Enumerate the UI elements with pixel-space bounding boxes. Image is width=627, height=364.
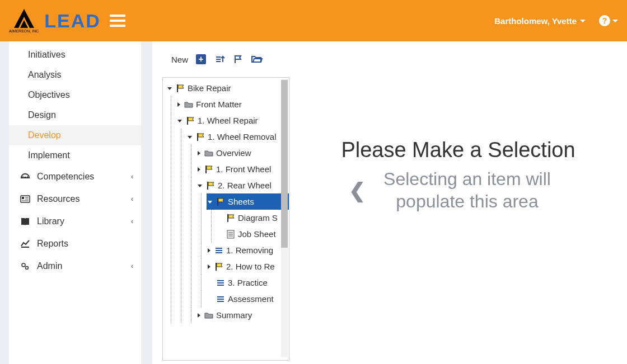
tree-scrollbar[interactable] [281,79,288,357]
nav-resources[interactable]: Resources ‹ [9,188,141,210]
tree-node-wheel-repair[interactable]: 1. Wheel Repair [176,112,289,129]
expand-icon[interactable] [208,264,210,269]
expand-icon[interactable] [198,167,200,172]
expand-icon[interactable] [208,201,212,204]
expand-icon[interactable] [177,102,180,107]
chevron-left-icon: ‹ [131,262,133,270]
nav-label: Reports [37,239,68,249]
list-icon [216,295,226,304]
expand-icon[interactable] [188,136,192,139]
sort-icon[interactable] [214,54,225,64]
nav-label: Admin [37,261,62,271]
folder-icon [204,311,214,320]
tree-node-removing[interactable]: 1. Removing [207,242,289,258]
flag-yellow-icon [214,262,224,271]
folder-icon [204,149,214,158]
brand-mark-icon: AIMEREON, INC [9,9,39,33]
tree-node-how-to-re[interactable]: 2. How to Re [207,258,289,275]
scrollbar-thumb[interactable] [281,80,288,248]
expand-icon[interactable] [177,120,182,122]
empty-state-hint: ❮ Selecting an item will populate this a… [349,168,568,212]
tree-node-bike-repair[interactable]: Bike Repair [166,80,289,96]
tree-node-front-wheel[interactable]: 1. Front Wheel [196,161,289,177]
folder-icon [184,100,194,109]
sidebar-item-design[interactable]: Design [9,105,141,125]
nav-competencies[interactable]: Competencies ‹ [9,166,141,188]
brand-text: LEAD [44,10,100,32]
tree-node-wheel-removal[interactable]: 1. Wheel Removal [186,129,289,145]
empty-state-title: Please Make a Selection [341,138,575,162]
tree-node-rear-wheel[interactable]: 2. Rear Wheel [196,177,289,193]
flag-yellow-icon [226,214,236,223]
chevron-left-icon: ‹ [131,218,133,225]
nav-library[interactable]: Library ‹ [9,210,141,233]
content-tree: Bike Repair Front Matter [162,77,289,361]
chevron-left-icon: ‹ [131,173,133,181]
sidebar-item-implement[interactable]: Implement [9,145,141,166]
sidebar: Initiatives Analysis Objectives Design D… [9,41,141,364]
expand-icon[interactable] [208,248,210,253]
chevron-left-icon: ❮ [349,178,366,203]
help-menu[interactable]: ? [599,15,618,26]
tree-node-overview[interactable]: Overview [196,145,289,161]
tree-node-job-sheet[interactable]: Job Sheet [217,226,289,242]
sidebar-item-develop[interactable]: Develop [9,125,141,145]
chart-icon [20,239,31,248]
nav-reports[interactable]: Reports [9,233,141,255]
flag-yellow-icon [204,165,214,174]
gauge-icon [20,172,31,181]
flag-icon[interactable] [233,54,243,64]
tree-node-sheets[interactable]: Sheets [207,193,289,210]
user-menu[interactable]: Bartholomew, Yvette [494,16,586,26]
expand-icon[interactable] [198,151,200,155]
flag-yellow-icon [175,84,185,93]
caret-down-icon [612,20,618,22]
svg-point-2 [25,177,26,178]
add-button[interactable]: + [196,54,206,64]
detail-panel: Please Make a Selection ❮ Selecting an i… [289,51,627,364]
gears-icon [20,262,31,271]
list-icon [214,246,224,255]
flag-yellow-icon [185,116,195,125]
toolbar-new-label: New [171,55,188,64]
caret-down-icon [580,20,586,22]
expand-icon[interactable] [167,87,172,90]
main-panel: New + Bike Re [152,41,627,364]
chevron-left-icon: ‹ [131,195,133,203]
tree-node-diagram-sheet[interactable]: Diagram S [217,210,289,226]
doc-icon [226,230,236,239]
expand-icon[interactable] [198,313,200,318]
tree-node-assessment[interactable]: Assessment [207,291,289,307]
user-name: Bartholomew, Yvette [494,16,577,26]
flag-yellow-icon [195,133,205,141]
tree-node-front-matter[interactable]: Front Matter [176,96,289,112]
app-header: AIMEREON, INC LEAD Bartholomew, Yvette ? [0,0,627,41]
tree-node-practice[interactable]: 3. Practice [207,275,289,291]
tree-toolbar: New + [152,51,289,67]
sidebar-item-analysis[interactable]: Analysis [9,65,141,85]
flag-yellow-icon [216,197,226,206]
folder-open-icon[interactable] [251,54,263,64]
help-icon: ? [599,15,610,26]
menu-toggle-icon[interactable] [110,15,125,27]
nav-admin[interactable]: Admin ‹ [9,255,141,277]
nav-label: Resources [37,194,79,204]
expand-icon[interactable] [198,185,202,187]
svg-rect-7 [22,197,24,199]
nav-label: Competencies [37,172,94,182]
svg-point-10 [26,267,29,270]
sidebar-item-initiatives[interactable]: Initiatives [9,45,141,65]
flag-yellow-icon [205,181,216,190]
svg-point-9 [22,263,25,267]
list-icon [216,278,226,287]
brand-logo[interactable]: AIMEREON, INC LEAD [9,9,100,33]
news-icon [20,195,31,204]
book-icon [20,217,31,226]
tree-node-summary[interactable]: Summary [196,307,289,323]
sidebar-item-objectives[interactable]: Objectives [9,85,141,105]
nav-label: Library [37,216,64,226]
